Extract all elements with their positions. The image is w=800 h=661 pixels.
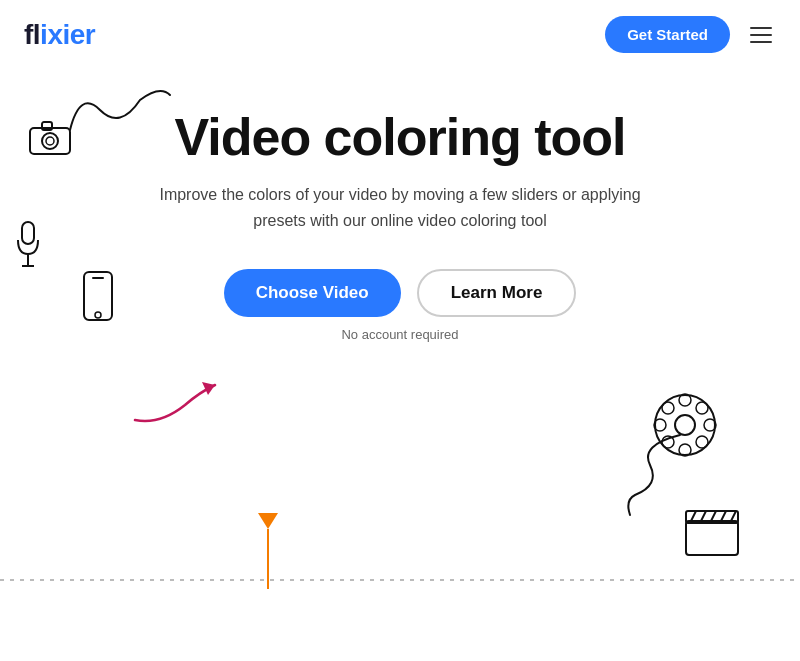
header: flixier Get Started: [0, 0, 800, 69]
get-started-button[interactable]: Get Started: [605, 16, 730, 53]
logo-text-dark: fl: [24, 19, 40, 50]
svg-point-18: [696, 402, 708, 414]
cta-section: Choose Video Learn More No account requi…: [224, 269, 577, 342]
timeline-marker: [258, 513, 278, 589]
hamburger-menu-button[interactable]: [746, 23, 776, 47]
svg-marker-10: [202, 382, 215, 395]
svg-point-12: [675, 415, 695, 435]
timeline-line: [0, 579, 800, 581]
logo: flixier: [24, 19, 95, 51]
hamburger-line-3: [750, 41, 772, 43]
svg-point-14: [679, 444, 691, 456]
svg-point-11: [655, 395, 715, 455]
marker-flag: [258, 513, 278, 529]
arrow-decoration: [130, 370, 230, 429]
marker-line: [267, 529, 269, 589]
choose-video-button[interactable]: Choose Video: [224, 269, 401, 317]
no-account-text: No account required: [224, 327, 577, 342]
hero-subtitle: Improve the colors of your video by movi…: [140, 182, 660, 233]
svg-point-20: [696, 436, 708, 448]
svg-point-13: [679, 394, 691, 406]
svg-point-19: [662, 436, 674, 448]
hamburger-line-1: [750, 27, 772, 29]
header-right: Get Started: [605, 16, 776, 53]
learn-more-button[interactable]: Learn More: [417, 269, 577, 317]
logo-text-blue: ixier: [40, 19, 95, 50]
cta-row: Choose Video Learn More: [224, 269, 577, 317]
timeline-area: [0, 521, 800, 661]
svg-point-17: [662, 402, 674, 414]
svg-point-16: [704, 419, 716, 431]
hero-title: Video coloring tool: [175, 109, 626, 166]
svg-point-15: [654, 419, 666, 431]
squiggle-right-decoration: [620, 430, 700, 524]
main-content: Video coloring tool Improve the colors o…: [0, 69, 800, 342]
hamburger-line-2: [750, 34, 772, 36]
film-reel-doodle: [650, 390, 720, 464]
